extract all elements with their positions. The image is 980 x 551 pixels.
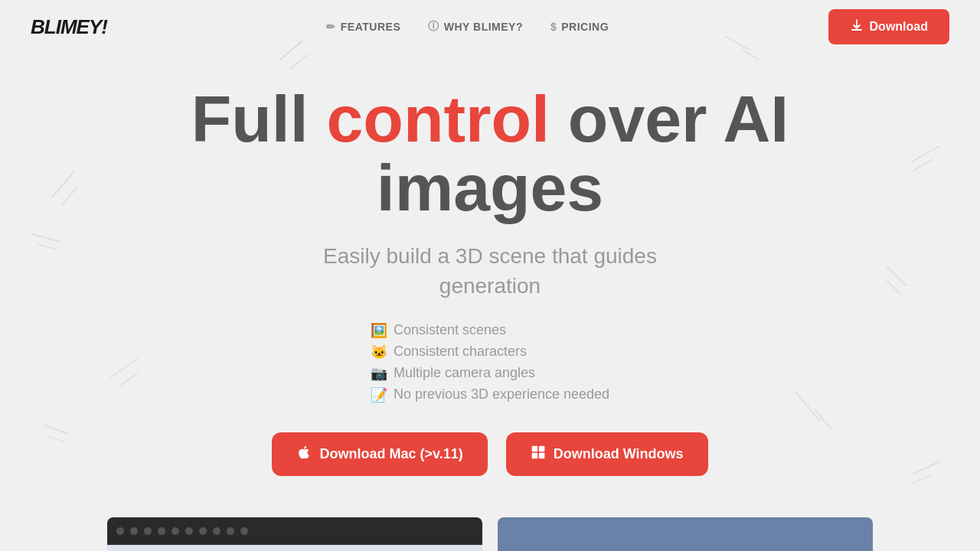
why-icon: ⓘ <box>428 20 439 34</box>
toolbar-dot-2 <box>130 527 138 535</box>
hero-title-highlight: control <box>327 82 550 155</box>
logo[interactable]: BLIMEY! <box>31 15 107 39</box>
toolbar-dot-7 <box>199 527 207 535</box>
toolbar-dot-6 <box>185 527 193 535</box>
svg-rect-3 <box>539 453 545 459</box>
nav-pricing-label: PRICING <box>561 21 609 33</box>
feature-characters-text: Consistent characters <box>394 344 527 360</box>
nav-item-pricing[interactable]: $ PRICING <box>550 21 609 33</box>
hero-title-text1: Full <box>191 82 327 155</box>
nav-download-label: Download <box>870 20 928 34</box>
toolbar-dot-9 <box>227 527 234 535</box>
screenshot-card-right <box>498 517 873 551</box>
pricing-icon: $ <box>550 21 557 33</box>
hero-section: Full control over AI images Easily build… <box>0 54 980 499</box>
cta-buttons: Download Mac (>v.11) Download Windows <box>15 432 965 476</box>
screenshots-section <box>0 517 980 551</box>
toolbar-dot-10 <box>240 527 248 535</box>
nav-links: ✏ FEATURES ⓘ WHY BLIMEY? $ PRICING <box>326 20 609 34</box>
download-windows-button[interactable]: Download Windows <box>506 432 708 476</box>
feature-camera-text: Multiple camera angles <box>394 365 535 381</box>
hero-title-text2: over AI <box>550 82 789 155</box>
scenes-emoji: 🖼️ <box>371 322 387 339</box>
download-mac-label: Download Mac (>v.11) <box>319 446 462 462</box>
features-list: 🖼️ Consistent scenes 🐱 Consistent charac… <box>371 322 609 403</box>
windows-icon <box>531 445 546 464</box>
feature-item-characters: 🐱 Consistent characters <box>371 344 527 360</box>
toolbar-dot-5 <box>172 527 179 535</box>
apple-icon <box>296 445 312 464</box>
hero-title: Full control over AI images <box>15 84 965 223</box>
navbar: BLIMEY! ✏ FEATURES ⓘ WHY BLIMEY? $ PRICI… <box>0 0 980 54</box>
experience-emoji: 📝 <box>371 386 387 403</box>
feature-item-camera: 📷 Multiple camera angles <box>371 365 535 382</box>
download-arrow-icon <box>850 18 864 35</box>
characters-emoji: 🐱 <box>371 344 387 360</box>
feature-item-scenes: 🖼️ Consistent scenes <box>371 322 506 339</box>
feature-scenes-text: Consistent scenes <box>394 322 506 338</box>
nav-why-label: WHY BLIMEY? <box>444 21 523 33</box>
toolbar-dot-8 <box>213 527 220 535</box>
download-mac-button[interactable]: Download Mac (>v.11) <box>272 432 487 476</box>
toolbar-dot-3 <box>144 527 152 535</box>
hero-subtitle-line2: generation <box>439 274 541 298</box>
screenshot-card-left <box>107 517 482 551</box>
camera-emoji: 📷 <box>371 365 387 382</box>
nav-download-button[interactable]: Download <box>828 9 949 44</box>
nav-item-features[interactable]: ✏ FEATURES <box>326 21 400 33</box>
hero-subtitle: Easily build a 3D scene that guides gene… <box>15 241 965 301</box>
feature-experience-text: No previous 3D experience needed <box>394 386 609 403</box>
nav-features-label: FEATURES <box>341 21 400 33</box>
feature-item-experience: 📝 No previous 3D experience needed <box>371 386 609 403</box>
hero-subtitle-line1: Easily build a 3D scene that guides <box>323 244 657 268</box>
toolbar-dot-1 <box>116 527 124 535</box>
nav-item-why[interactable]: ⓘ WHY BLIMEY? <box>428 20 523 34</box>
hero-title-line2: images <box>377 151 603 224</box>
toolbar-left <box>107 517 482 545</box>
svg-rect-2 <box>531 453 537 459</box>
download-windows-label: Download Windows <box>554 446 684 462</box>
svg-rect-0 <box>531 446 537 452</box>
svg-rect-1 <box>539 446 545 452</box>
toolbar-dot-4 <box>158 527 165 535</box>
features-icon: ✏ <box>326 21 336 33</box>
